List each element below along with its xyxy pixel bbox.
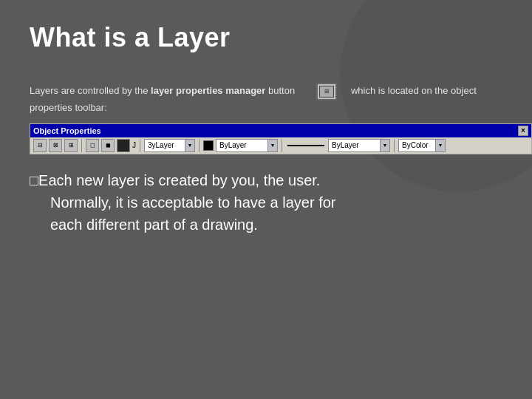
- linetype-dropdown-arrow[interactable]: ▼: [267, 139, 278, 152]
- main-content: □Each new layer is created by you, the u…: [30, 169, 502, 236]
- desc-bold: layer properties manager: [151, 85, 265, 96]
- object-properties-toolbar: Object Properties × ⊟ ⊠ ⊞ ◻ ◼ J 3yLayer …: [30, 123, 532, 154]
- tb-separator-5: [394, 139, 395, 152]
- layer-manager-icon: ⊞: [316, 83, 337, 100]
- tb-separator-1: [81, 139, 82, 152]
- layer-dropdown-label[interactable]: 3yLayer: [144, 139, 185, 152]
- toolbar-content: ⊟ ⊠ ⊞ ◻ ◼ J 3yLayer ▼ ByLayer ▼: [30, 137, 531, 154]
- tb-icon-6[interactable]: [117, 139, 130, 152]
- bullet-line-3: each different part of a drawing.: [30, 214, 502, 236]
- bullet-symbol: □: [30, 172, 38, 188]
- tb-icon-4[interactable]: ◻: [86, 139, 99, 152]
- lineweight-dropdown[interactable]: ByLayer ▼: [328, 139, 390, 152]
- tb-separator-4: [282, 139, 282, 152]
- tb-icon-5[interactable]: ◼: [101, 139, 115, 152]
- color-box: [203, 140, 214, 151]
- tb-icon-1[interactable]: ⊟: [33, 139, 47, 152]
- linetype-dropdown[interactable]: ByLayer ▼: [216, 139, 278, 152]
- bullet-text-1: Each new layer is created by you, the us…: [38, 172, 320, 188]
- tb-icon-2[interactable]: ⊠: [49, 139, 62, 152]
- lineweight-dropdown-arrow[interactable]: ▼: [380, 139, 390, 152]
- tb-separator-2: [140, 139, 140, 152]
- bullet-line-1: □Each new layer is created by you, the u…: [30, 169, 502, 191]
- tb-separator-3: [199, 139, 200, 152]
- bullet-line-2: Normally, it is acceptable to have a lay…: [30, 191, 502, 214]
- toolbar-close-button[interactable]: ×: [518, 126, 528, 136]
- description-block: Layers are controlled by the layer prope…: [30, 83, 502, 116]
- lineweight-dropdown-label[interactable]: ByLayer: [328, 139, 380, 152]
- desc-part2: button: [265, 85, 295, 96]
- color-dropdown[interactable]: ByColor ▼: [398, 139, 446, 152]
- slide-title: What is a Layer: [30, 22, 502, 53]
- layer-dropdown-arrow[interactable]: ▼: [185, 139, 195, 152]
- toolbar-title-bar: Object Properties ×: [30, 124, 531, 137]
- line-sample: [287, 145, 324, 146]
- toolbar-title: Object Properties: [33, 126, 101, 135]
- linetype-dropdown-label[interactable]: ByLayer: [216, 139, 267, 152]
- tb-icon-3[interactable]: ⊞: [64, 139, 78, 152]
- slide-container: What is a Layer Layers are controlled by…: [0, 0, 532, 399]
- tb-label-j: J: [132, 141, 136, 149]
- color-dropdown-label[interactable]: ByColor: [398, 139, 435, 152]
- layer-dropdown[interactable]: 3yLayer ▼: [144, 139, 195, 152]
- desc-part1: Layers are controlled by the: [30, 85, 151, 96]
- color-dropdown-arrow[interactable]: ▼: [435, 139, 446, 152]
